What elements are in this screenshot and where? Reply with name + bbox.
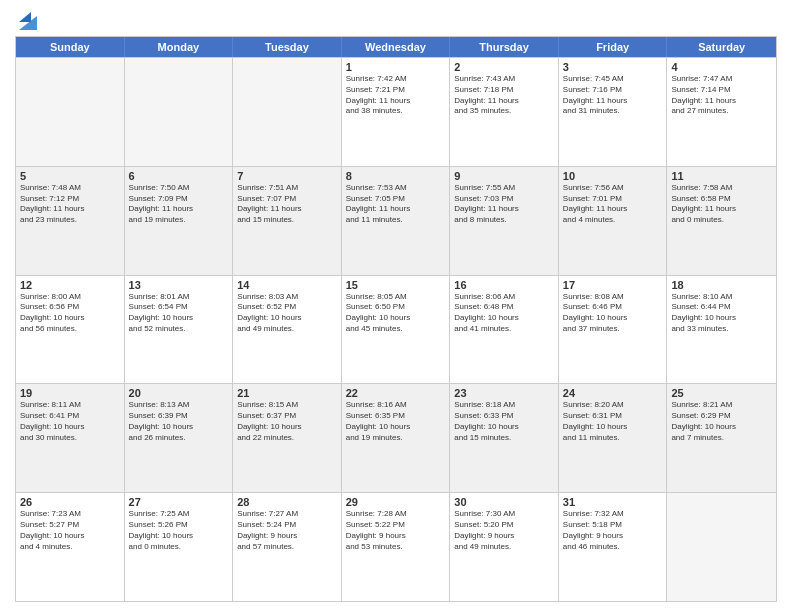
day-number: 21 <box>237 387 337 399</box>
cell-info: Sunrise: 7:30 AM Sunset: 5:20 PM Dayligh… <box>454 509 554 552</box>
day-number: 19 <box>20 387 120 399</box>
day-number: 16 <box>454 279 554 291</box>
day-number: 4 <box>671 61 772 73</box>
calendar-cell: 9Sunrise: 7:55 AM Sunset: 7:03 PM Daylig… <box>450 167 559 275</box>
cell-info: Sunrise: 8:06 AM Sunset: 6:48 PM Dayligh… <box>454 292 554 335</box>
calendar-cell: 12Sunrise: 8:00 AM Sunset: 6:56 PM Dayli… <box>16 276 125 384</box>
calendar-cell <box>125 58 234 166</box>
calendar-cell: 18Sunrise: 8:10 AM Sunset: 6:44 PM Dayli… <box>667 276 776 384</box>
cell-info: Sunrise: 7:47 AM Sunset: 7:14 PM Dayligh… <box>671 74 772 117</box>
day-number: 28 <box>237 496 337 508</box>
cell-info: Sunrise: 8:03 AM Sunset: 6:52 PM Dayligh… <box>237 292 337 335</box>
day-number: 23 <box>454 387 554 399</box>
calendar-week-row: 5Sunrise: 7:48 AM Sunset: 7:12 PM Daylig… <box>16 166 776 275</box>
day-number: 17 <box>563 279 663 291</box>
logo <box>15 10 37 30</box>
calendar-cell <box>667 493 776 601</box>
calendar-week-row: 19Sunrise: 8:11 AM Sunset: 6:41 PM Dayli… <box>16 383 776 492</box>
calendar-cell: 13Sunrise: 8:01 AM Sunset: 6:54 PM Dayli… <box>125 276 234 384</box>
day-number: 10 <box>563 170 663 182</box>
calendar-header-cell: Thursday <box>450 37 559 57</box>
cell-info: Sunrise: 7:27 AM Sunset: 5:24 PM Dayligh… <box>237 509 337 552</box>
cell-info: Sunrise: 8:10 AM Sunset: 6:44 PM Dayligh… <box>671 292 772 335</box>
day-number: 18 <box>671 279 772 291</box>
calendar-cell: 14Sunrise: 8:03 AM Sunset: 6:52 PM Dayli… <box>233 276 342 384</box>
day-number: 9 <box>454 170 554 182</box>
calendar-cell: 1Sunrise: 7:42 AM Sunset: 7:21 PM Daylig… <box>342 58 451 166</box>
cell-info: Sunrise: 8:15 AM Sunset: 6:37 PM Dayligh… <box>237 400 337 443</box>
cell-info: Sunrise: 8:11 AM Sunset: 6:41 PM Dayligh… <box>20 400 120 443</box>
day-number: 1 <box>346 61 446 73</box>
calendar-cell: 24Sunrise: 8:20 AM Sunset: 6:31 PM Dayli… <box>559 384 668 492</box>
svg-marker-1 <box>19 12 31 22</box>
cell-info: Sunrise: 8:08 AM Sunset: 6:46 PM Dayligh… <box>563 292 663 335</box>
page: SundayMondayTuesdayWednesdayThursdayFrid… <box>0 0 792 612</box>
day-number: 8 <box>346 170 446 182</box>
cell-info: Sunrise: 7:58 AM Sunset: 6:58 PM Dayligh… <box>671 183 772 226</box>
calendar-cell: 20Sunrise: 8:13 AM Sunset: 6:39 PM Dayli… <box>125 384 234 492</box>
day-number: 2 <box>454 61 554 73</box>
calendar-cell: 27Sunrise: 7:25 AM Sunset: 5:26 PM Dayli… <box>125 493 234 601</box>
calendar-body: 1Sunrise: 7:42 AM Sunset: 7:21 PM Daylig… <box>16 57 776 601</box>
cell-info: Sunrise: 8:20 AM Sunset: 6:31 PM Dayligh… <box>563 400 663 443</box>
calendar-header-cell: Tuesday <box>233 37 342 57</box>
day-number: 12 <box>20 279 120 291</box>
calendar-cell: 16Sunrise: 8:06 AM Sunset: 6:48 PM Dayli… <box>450 276 559 384</box>
calendar-header-cell: Friday <box>559 37 668 57</box>
calendar-cell: 29Sunrise: 7:28 AM Sunset: 5:22 PM Dayli… <box>342 493 451 601</box>
calendar-cell: 19Sunrise: 8:11 AM Sunset: 6:41 PM Dayli… <box>16 384 125 492</box>
day-number: 26 <box>20 496 120 508</box>
day-number: 15 <box>346 279 446 291</box>
day-number: 22 <box>346 387 446 399</box>
day-number: 30 <box>454 496 554 508</box>
day-number: 7 <box>237 170 337 182</box>
calendar-cell <box>16 58 125 166</box>
day-number: 27 <box>129 496 229 508</box>
day-number: 25 <box>671 387 772 399</box>
cell-info: Sunrise: 8:16 AM Sunset: 6:35 PM Dayligh… <box>346 400 446 443</box>
calendar-week-row: 1Sunrise: 7:42 AM Sunset: 7:21 PM Daylig… <box>16 57 776 166</box>
cell-info: Sunrise: 7:56 AM Sunset: 7:01 PM Dayligh… <box>563 183 663 226</box>
calendar-header-cell: Sunday <box>16 37 125 57</box>
cell-info: Sunrise: 7:28 AM Sunset: 5:22 PM Dayligh… <box>346 509 446 552</box>
logo-icon <box>19 8 37 30</box>
calendar-cell: 30Sunrise: 7:30 AM Sunset: 5:20 PM Dayli… <box>450 493 559 601</box>
header <box>15 10 777 30</box>
cell-info: Sunrise: 7:51 AM Sunset: 7:07 PM Dayligh… <box>237 183 337 226</box>
calendar-cell: 26Sunrise: 7:23 AM Sunset: 5:27 PM Dayli… <box>16 493 125 601</box>
cell-info: Sunrise: 8:21 AM Sunset: 6:29 PM Dayligh… <box>671 400 772 443</box>
day-number: 31 <box>563 496 663 508</box>
day-number: 14 <box>237 279 337 291</box>
calendar-header-cell: Saturday <box>667 37 776 57</box>
calendar-cell: 25Sunrise: 8:21 AM Sunset: 6:29 PM Dayli… <box>667 384 776 492</box>
day-number: 3 <box>563 61 663 73</box>
calendar-cell: 31Sunrise: 7:32 AM Sunset: 5:18 PM Dayli… <box>559 493 668 601</box>
cell-info: Sunrise: 8:01 AM Sunset: 6:54 PM Dayligh… <box>129 292 229 335</box>
cell-info: Sunrise: 7:55 AM Sunset: 7:03 PM Dayligh… <box>454 183 554 226</box>
day-number: 6 <box>129 170 229 182</box>
cell-info: Sunrise: 7:32 AM Sunset: 5:18 PM Dayligh… <box>563 509 663 552</box>
calendar-header: SundayMondayTuesdayWednesdayThursdayFrid… <box>16 37 776 57</box>
cell-info: Sunrise: 7:48 AM Sunset: 7:12 PM Dayligh… <box>20 183 120 226</box>
calendar: SundayMondayTuesdayWednesdayThursdayFrid… <box>15 36 777 602</box>
cell-info: Sunrise: 7:50 AM Sunset: 7:09 PM Dayligh… <box>129 183 229 226</box>
day-number: 29 <box>346 496 446 508</box>
calendar-week-row: 12Sunrise: 8:00 AM Sunset: 6:56 PM Dayli… <box>16 275 776 384</box>
calendar-header-cell: Monday <box>125 37 234 57</box>
cell-info: Sunrise: 8:18 AM Sunset: 6:33 PM Dayligh… <box>454 400 554 443</box>
calendar-cell: 28Sunrise: 7:27 AM Sunset: 5:24 PM Dayli… <box>233 493 342 601</box>
cell-info: Sunrise: 8:00 AM Sunset: 6:56 PM Dayligh… <box>20 292 120 335</box>
calendar-cell: 23Sunrise: 8:18 AM Sunset: 6:33 PM Dayli… <box>450 384 559 492</box>
calendar-cell: 5Sunrise: 7:48 AM Sunset: 7:12 PM Daylig… <box>16 167 125 275</box>
cell-info: Sunrise: 7:25 AM Sunset: 5:26 PM Dayligh… <box>129 509 229 552</box>
cell-info: Sunrise: 7:45 AM Sunset: 7:16 PM Dayligh… <box>563 74 663 117</box>
calendar-cell: 7Sunrise: 7:51 AM Sunset: 7:07 PM Daylig… <box>233 167 342 275</box>
calendar-cell: 10Sunrise: 7:56 AM Sunset: 7:01 PM Dayli… <box>559 167 668 275</box>
day-number: 24 <box>563 387 663 399</box>
calendar-cell: 15Sunrise: 8:05 AM Sunset: 6:50 PM Dayli… <box>342 276 451 384</box>
calendar-header-cell: Wednesday <box>342 37 451 57</box>
calendar-cell: 11Sunrise: 7:58 AM Sunset: 6:58 PM Dayli… <box>667 167 776 275</box>
cell-info: Sunrise: 7:23 AM Sunset: 5:27 PM Dayligh… <box>20 509 120 552</box>
cell-info: Sunrise: 8:13 AM Sunset: 6:39 PM Dayligh… <box>129 400 229 443</box>
calendar-cell: 17Sunrise: 8:08 AM Sunset: 6:46 PM Dayli… <box>559 276 668 384</box>
